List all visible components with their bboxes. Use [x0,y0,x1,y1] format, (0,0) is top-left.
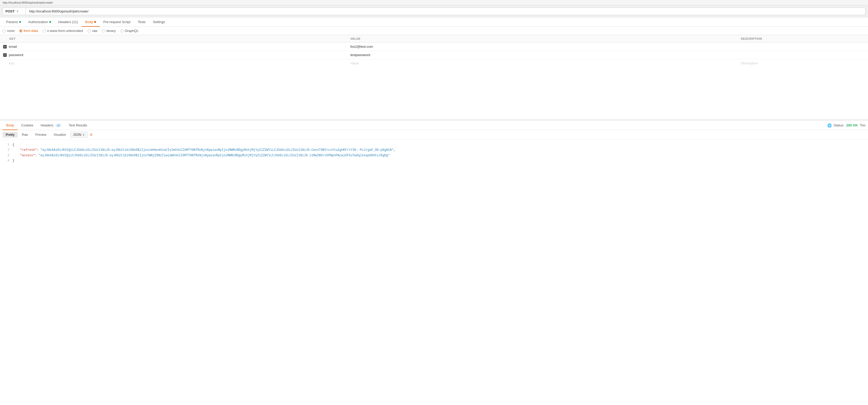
tab-pre-request[interactable]: Pre-request Script [100,18,134,27]
x-www-radio[interactable] [43,29,46,32]
tab-body[interactable]: Body [82,18,100,27]
wrap-icon[interactable]: ≡ [90,133,92,137]
json-line-1: 1 { [4,142,864,147]
tab-settings[interactable]: Settings [149,18,168,27]
key-placeholder[interactable]: Key [9,61,14,65]
format-dropdown[interactable]: JSON ▼ [70,132,88,138]
graphql-radio[interactable] [120,29,123,32]
description-header: DESCRIPTION [738,35,868,42]
desc-placeholder[interactable]: Description [741,61,758,65]
method-label: POST [5,9,14,13]
value-placeholder[interactable]: Value [350,61,359,65]
format-bar: Pretty Raw Preview Visualize JSON ▼ ≡ [0,130,868,140]
raw-button[interactable]: Raw [19,132,31,138]
option-none[interactable]: none [3,29,14,33]
checkbox-password[interactable] [3,53,7,57]
request-tabs: Params Authorization Headers (11) Body P… [0,18,868,27]
pretty-button[interactable]: Pretty [3,132,18,138]
raw-radio[interactable] [88,29,91,32]
response-tab-headers[interactable]: Headers 10 [37,121,65,130]
key-cell-email: email [3,45,344,49]
preview-button[interactable]: Preview [32,132,50,138]
tab-settings-label: Settings [153,20,165,24]
table-row: email foo2@test.com [0,42,868,51]
method-dropdown[interactable]: POST ▼ [3,7,26,15]
form-data-radio[interactable] [19,29,22,32]
format-chevron-icon: ▼ [83,134,85,136]
option-x-www[interactable]: x-www-form-urlencoded [43,29,83,33]
key-value-password[interactable]: password [9,53,23,57]
response-tab-test-results[interactable]: Test Results [65,121,91,130]
option-form-data[interactable]: form-data [19,29,38,33]
key-value-email[interactable]: email [9,45,17,49]
checkbox-placeholder [3,61,7,65]
tab-tests-label: Tests [138,20,146,24]
status-label: Status: [834,123,844,127]
key-header: KEY [0,35,347,42]
body-options: none form-data x-www-form-urlencoded raw… [0,27,868,35]
tab-params[interactable]: Params [3,18,25,27]
kv-table: KEY VALUE DESCRIPTION email foo2@test.co… [0,35,868,67]
desc-cell-password[interactable] [738,51,868,59]
visualize-button[interactable]: Visualize [51,132,69,138]
response-body: 1 { 2 "refresh": "eyJ0eXAiOiJKV1QiLCJhbG… [0,140,868,166]
json-line-4: 4 } [4,158,864,163]
tab-pre-request-label: Pre-request Script [103,20,130,24]
tab-authorization[interactable]: Authorization [25,18,55,27]
response-tabs: Body Cookies Headers 10 Test Results 🌐 S… [0,121,868,130]
response-tab-cookies[interactable]: Cookies [18,121,37,130]
key-cell-new: Key [3,61,344,65]
none-radio[interactable] [3,29,6,32]
status-value: 200 OK [846,123,858,127]
url-bar: POST ▼ [0,5,868,18]
chevron-down-icon: ▼ [16,10,19,13]
response-tabs-left: Body Cookies Headers 10 Test Results [3,121,91,130]
window-title: http://localhost:8000/api/auth/jwt/creat… [0,0,868,5]
response-status-area: 🌐 Status: 200 OK Tim [827,123,865,127]
tab-headers-label: Headers (11) [58,20,78,24]
option-binary[interactable]: binary [102,29,116,33]
table-row: Key Value Description [0,59,868,67]
request-body-spacer [0,67,868,119]
desc-cell-email[interactable] [738,42,868,51]
binary-radio[interactable] [102,29,105,32]
headers-badge: 10 [55,123,61,127]
json-line-3: 3 "access": "eyJ0eXAiOiJKV1QiLCJhbGciOiJ… [4,153,864,158]
key-cell-password: password [3,53,344,57]
tab-body-label: Body [85,20,93,24]
params-dot [19,21,21,23]
tab-tests[interactable]: Tests [134,18,149,27]
body-dot [94,21,96,23]
tab-headers[interactable]: Headers (11) [55,18,82,27]
globe-icon: 🌐 [827,123,832,127]
option-graphql[interactable]: GraphQL [120,29,138,33]
authorization-dot [49,21,51,23]
table-row: password testpassword [0,51,868,59]
response-tab-body[interactable]: Body [3,121,18,130]
value-header: VALUE [347,35,738,42]
tab-authorization-label: Authorization [28,20,48,24]
tab-params-label: Params [6,20,18,24]
url-input[interactable] [26,7,865,15]
option-raw[interactable]: raw [88,29,97,33]
value-cell-email[interactable]: foo2@test.com [347,42,738,51]
checkbox-email[interactable] [3,45,7,49]
value-cell-password[interactable]: testpassword [347,51,738,59]
time-label: Tim [860,123,865,127]
json-line-2: 2 "refresh": "eyJ0eXAiOiJKV1QiLCJhbGciOi… [4,147,864,153]
